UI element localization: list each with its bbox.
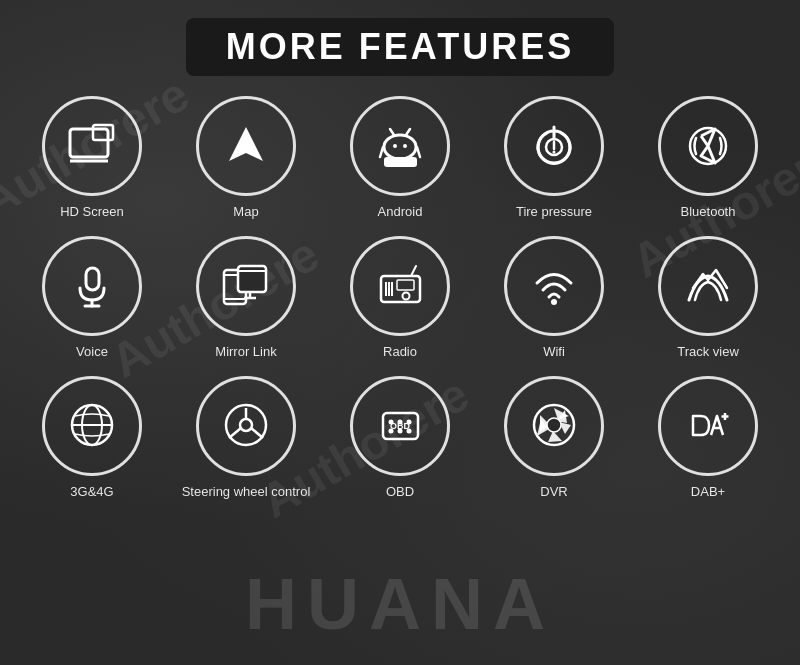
- wifi-icon-circle: [504, 236, 604, 336]
- feature-voice: Voice: [20, 236, 164, 361]
- bluetooth-icon-circle: [658, 96, 758, 196]
- dab-label: DAB+: [691, 484, 725, 501]
- page-title: MORE FEATURES: [226, 26, 574, 68]
- dvr-icon-circle: [504, 376, 604, 476]
- svg-line-43: [251, 428, 263, 438]
- svg-rect-32: [397, 280, 414, 290]
- svg-rect-11: [384, 157, 417, 167]
- svg-text:OBD: OBD: [390, 421, 411, 431]
- dab-icon-circle: [658, 376, 758, 476]
- feature-tire: Tire pressure: [482, 96, 626, 221]
- huana-watermark: HUANA: [245, 563, 555, 645]
- svg-rect-0: [70, 129, 108, 157]
- bluetooth-icon: [681, 119, 736, 174]
- 3g4g-icon-circle: [42, 376, 142, 476]
- feature-dab: DAB+: [636, 376, 780, 501]
- map-icon: [219, 119, 274, 174]
- feature-hd-screen: HD Screen: [20, 96, 164, 221]
- svg-line-34: [411, 266, 416, 276]
- svg-point-53: [547, 418, 561, 432]
- obd-icon: OBD: [373, 398, 428, 453]
- svg-point-7: [393, 144, 397, 148]
- android-icon: [373, 119, 428, 174]
- mirror-label: Mirror Link: [215, 344, 276, 361]
- svg-rect-1: [93, 125, 113, 140]
- track-icon: [681, 258, 736, 313]
- svg-rect-18: [86, 268, 99, 290]
- feature-radio: Radio: [328, 236, 472, 361]
- track-label: Track view: [677, 344, 739, 361]
- svg-line-5: [380, 147, 383, 157]
- steering-label: Steering wheel control: [182, 484, 311, 501]
- obd-label: OBD: [386, 484, 414, 501]
- 3g4g-label: 3G&4G: [70, 484, 113, 501]
- voice-label: Voice: [76, 344, 108, 361]
- dvr-icon: [527, 398, 582, 453]
- hd-screen-icon-circle: [42, 96, 142, 196]
- svg-line-10: [406, 129, 410, 135]
- feature-mirror: Mirror Link: [174, 236, 318, 361]
- svg-point-4: [384, 135, 416, 159]
- feature-track: Track view: [636, 236, 780, 361]
- map-label: Map: [233, 204, 258, 221]
- globe-icon: [65, 398, 120, 453]
- obd-icon-circle: OBD: [350, 376, 450, 476]
- svg-point-33: [402, 293, 409, 300]
- feature-map: Map: [174, 96, 318, 221]
- steering-icon-circle: [196, 376, 296, 476]
- svg-point-8: [403, 144, 407, 148]
- hd-screen-label: HD Screen: [60, 204, 124, 221]
- feature-bluetooth: Bluetooth: [636, 96, 780, 221]
- wifi-icon: [527, 258, 582, 313]
- tire-icon: [527, 119, 582, 174]
- bluetooth-label: Bluetooth: [681, 204, 736, 221]
- mirror-icon: [216, 258, 276, 313]
- hd-screen-icon: [65, 119, 120, 174]
- tire-icon-circle: [504, 96, 604, 196]
- android-icon-circle: [350, 96, 450, 196]
- features-grid: HD Screen Map: [20, 96, 780, 501]
- map-icon-circle: [196, 96, 296, 196]
- feature-dvr: DVR: [482, 376, 626, 501]
- dvr-label: DVR: [540, 484, 567, 501]
- svg-point-16: [552, 150, 555, 153]
- mirror-icon-circle: [196, 236, 296, 336]
- steering-icon: [219, 398, 274, 453]
- feature-wifi: Wifi: [482, 236, 626, 361]
- dab-icon: [681, 398, 736, 453]
- svg-rect-24: [238, 266, 266, 292]
- feature-android: Android: [328, 96, 472, 221]
- title-banner: MORE FEATURES: [186, 18, 614, 76]
- feature-steering: Steering wheel control: [174, 376, 318, 501]
- svg-line-9: [390, 129, 394, 135]
- svg-point-40: [240, 419, 252, 431]
- svg-marker-3: [229, 127, 263, 161]
- track-icon-circle: [658, 236, 758, 336]
- radio-icon: [373, 258, 428, 313]
- voice-icon: [65, 258, 120, 313]
- feature-3g4g: 3G&4G: [20, 376, 164, 501]
- radio-label: Radio: [383, 344, 417, 361]
- tire-label: Tire pressure: [516, 204, 592, 221]
- svg-line-42: [229, 428, 241, 438]
- svg-point-35: [551, 299, 557, 305]
- voice-icon-circle: [42, 236, 142, 336]
- feature-obd: OBD OBD: [328, 376, 472, 501]
- wifi-label: Wifi: [543, 344, 565, 361]
- svg-line-6: [417, 147, 420, 157]
- page-container: MORE FEATURES HD Screen: [0, 0, 800, 511]
- radio-icon-circle: [350, 236, 450, 336]
- android-label: Android: [378, 204, 423, 221]
